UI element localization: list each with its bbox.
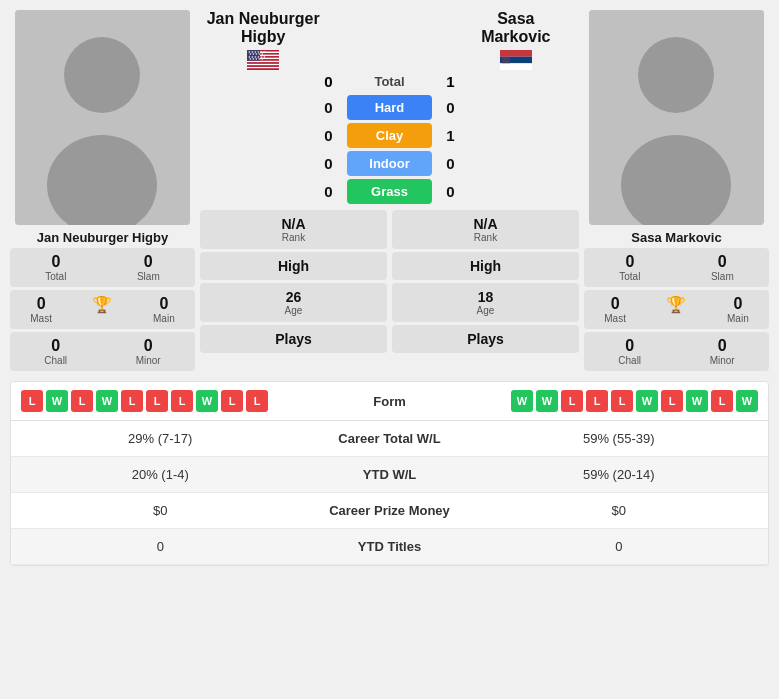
svg-rect-13	[247, 65, 279, 67]
left-mast-value: 0	[37, 295, 46, 313]
stat-right-value: $0	[480, 503, 759, 518]
form-badge: L	[246, 390, 268, 412]
right-flag-container	[453, 50, 579, 70]
right-player-panel: Sasa Markovic 0 Total 0 Slam 0	[584, 10, 769, 371]
left-slam-label: Slam	[137, 271, 160, 282]
left-main-item: 0 Main	[153, 295, 175, 324]
right-indoor-score: 0	[438, 155, 463, 172]
left-mast-item: 0 Mast	[30, 295, 52, 324]
left-age-value: 26	[200, 289, 387, 305]
svg-rect-12	[247, 64, 279, 66]
center-bottom-stats: N/A Rank High 26 Age Plays	[200, 210, 579, 353]
left-minor-value: 0	[144, 337, 153, 355]
left-chall-value: 0	[51, 337, 60, 355]
center-panel: Jan Neuburger Higby	[200, 10, 579, 371]
form-badge: W	[511, 390, 533, 412]
right-age-label: Age	[392, 305, 579, 316]
left-player-name-block: Jan Neuburger Higby	[200, 10, 326, 70]
left-chall-item: 0 Chall	[44, 337, 67, 366]
stat-center-label: Career Prize Money	[300, 503, 480, 518]
form-badge: L	[711, 390, 733, 412]
right-minor-label: Minor	[710, 355, 735, 366]
comparison-section: Jan Neuburger Higby 0 Total 0 Slam	[0, 0, 779, 381]
left-total-label: Total	[45, 271, 66, 282]
svg-rect-11	[247, 62, 279, 64]
bottom-stats-section: LWLWLLLWLL Form WWLLLWLWLW 29% (7-17) Ca…	[10, 381, 769, 566]
left-age-box: 26 Age	[200, 283, 387, 322]
right-minor-item: 0 Minor	[710, 337, 735, 366]
right-main-label: Main	[727, 313, 749, 324]
stat-center-label: YTD Titles	[300, 539, 480, 554]
left-flag-container: ★★★★★★ ★★★★★ ★★★★★★ ★★★★★	[200, 50, 326, 70]
left-mast-label: Mast	[30, 313, 52, 324]
left-form-badges: LWLWLLLWLL	[21, 390, 330, 412]
left-plays-label: Plays	[200, 331, 387, 347]
right-player-name-top: Sasa Markovic	[453, 10, 579, 46]
right-rank-value: N/A	[392, 216, 579, 232]
us-flag-icon: ★★★★★★ ★★★★★ ★★★★★★ ★★★★★	[247, 50, 279, 70]
left-player-photo	[15, 10, 190, 225]
left-hard-score: 0	[316, 99, 341, 116]
form-badge: W	[686, 390, 708, 412]
right-stats-chall-minor: 0 Chall 0 Minor	[584, 332, 769, 371]
left-age-label: Age	[200, 305, 387, 316]
form-badge: L	[121, 390, 143, 412]
stat-row: 0 YTD Titles 0	[11, 529, 768, 565]
right-center-stats: N/A Rank High 18 Age Plays	[392, 210, 579, 353]
right-clay-score: 1	[438, 127, 463, 144]
stats-rows: 29% (7-17) Career Total W/L 59% (55-39) …	[11, 421, 768, 565]
right-plays-box: High	[392, 252, 579, 280]
left-chall-label: Chall	[44, 355, 67, 366]
right-total-value: 0	[625, 253, 634, 271]
form-badge: L	[171, 390, 193, 412]
right-chall-item: 0 Chall	[618, 337, 641, 366]
stat-left-value: 0	[21, 539, 300, 554]
left-rank-value: N/A	[200, 216, 387, 232]
form-row: LWLWLLLWLL Form WWLLLWLWLW	[11, 382, 768, 421]
hard-row: 0 Hard 0	[200, 95, 579, 120]
right-player-photo	[589, 10, 764, 225]
left-stats-chall-minor: 0 Chall 0 Minor	[10, 332, 195, 371]
left-center-stats: N/A Rank High 26 Age Plays	[200, 210, 387, 353]
indoor-button[interactable]: Indoor	[347, 151, 432, 176]
form-badge: W	[736, 390, 758, 412]
right-rank-box: N/A Rank	[392, 210, 579, 249]
left-stats-total-slam: 0 Total 0 Slam	[10, 248, 195, 287]
right-age-value: 18	[392, 289, 579, 305]
right-chall-value: 0	[625, 337, 634, 355]
form-badge: L	[611, 390, 633, 412]
form-badge: L	[71, 390, 93, 412]
left-stats-mast-main: 0 Mast 🏆 0 Main	[10, 290, 195, 329]
grass-row: 0 Grass 0	[200, 179, 579, 204]
form-badge: L	[586, 390, 608, 412]
grass-button[interactable]: Grass	[347, 179, 432, 204]
stat-left-value: $0	[21, 503, 300, 518]
form-badge: L	[21, 390, 43, 412]
svg-rect-14	[247, 67, 279, 69]
indoor-row: 0 Indoor 0	[200, 151, 579, 176]
right-total-score: 1	[438, 73, 463, 90]
left-total-value: 0	[51, 253, 60, 271]
left-clay-score: 0	[316, 127, 341, 144]
left-minor-label: Minor	[136, 355, 161, 366]
clay-button[interactable]: Clay	[347, 123, 432, 148]
stat-right-value: 59% (55-39)	[480, 431, 759, 446]
total-row: 0 Total 1	[200, 73, 579, 90]
right-plays-box2: Plays	[392, 325, 579, 353]
svg-point-1	[64, 37, 140, 113]
serbia-flag-icon	[500, 50, 532, 70]
right-age-box: 18 Age	[392, 283, 579, 322]
form-badge: L	[661, 390, 683, 412]
form-badge: W	[636, 390, 658, 412]
stat-row: 20% (1-4) YTD W/L 59% (20-14)	[11, 457, 768, 493]
svg-rect-10	[247, 61, 279, 63]
svg-rect-24	[502, 52, 510, 64]
right-slam-value: 0	[718, 253, 727, 271]
right-chall-label: Chall	[618, 355, 641, 366]
stat-right-value: 59% (20-14)	[480, 467, 759, 482]
hard-button[interactable]: Hard	[347, 95, 432, 120]
left-main-value: 0	[159, 295, 168, 313]
left-minor-item: 0 Minor	[136, 337, 161, 366]
left-trophy-icon: 🏆	[92, 295, 112, 324]
right-plays-label: Plays	[392, 331, 579, 347]
